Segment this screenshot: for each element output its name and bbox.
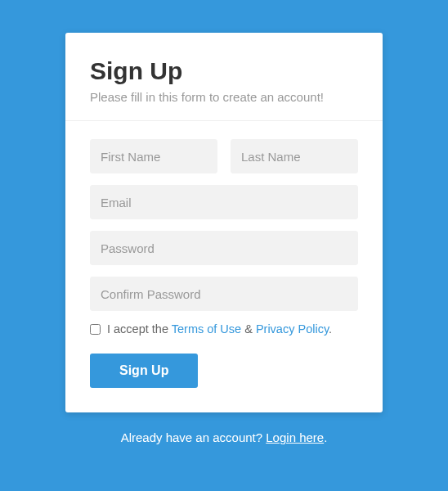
terms-text: I accept the Terms of Use & Privacy Poli… (107, 322, 332, 336)
first-name-input[interactable] (90, 139, 217, 173)
login-link[interactable]: Login here (266, 430, 324, 444)
header-divider (65, 120, 383, 121)
confirm-password-group (90, 277, 358, 311)
last-name-input[interactable] (231, 139, 358, 173)
email-input[interactable] (90, 185, 358, 219)
signup-button[interactable]: Sign Up (90, 354, 198, 388)
footer-suffix: . (324, 430, 327, 444)
terms-suffix: . (329, 322, 332, 336)
footer-text: Already have an account? (121, 430, 267, 444)
name-row (90, 139, 358, 173)
email-group (90, 185, 358, 219)
terms-checkbox[interactable] (90, 324, 101, 335)
confirm-password-input[interactable] (90, 277, 358, 311)
terms-prefix: I accept the (107, 322, 172, 336)
login-footer: Already have an account? Login here. (121, 430, 328, 444)
signup-card: Sign Up Please fill in this form to crea… (65, 33, 383, 412)
page-title: Sign Up (90, 57, 358, 85)
terms-row: I accept the Terms of Use & Privacy Poli… (90, 322, 358, 336)
terms-of-use-link[interactable]: Terms of Use (172, 322, 241, 336)
password-group (90, 231, 358, 265)
page-subtitle: Please fill in this form to create an ac… (90, 90, 358, 104)
form-header: Sign Up Please fill in this form to crea… (90, 57, 358, 104)
privacy-policy-link[interactable]: Privacy Policy (256, 322, 329, 336)
password-input[interactable] (90, 231, 358, 265)
terms-separator: & (241, 322, 256, 336)
